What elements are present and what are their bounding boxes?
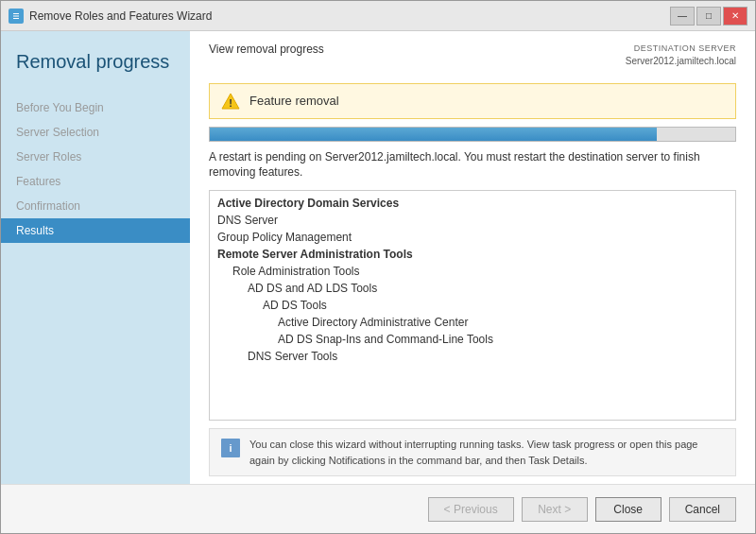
section-label: View removal progress — [209, 43, 324, 56]
list-item: DNS Server Tools — [210, 348, 735, 365]
maximize-button[interactable]: □ — [696, 7, 721, 26]
list-item: AD DS and AD LDS Tools — [210, 280, 735, 297]
list-item: AD DS Tools — [210, 297, 735, 314]
content-header: View removal progress DESTINATION SERVER… — [190, 31, 755, 76]
restart-notice: A restart is pending on Server2012.jamil… — [209, 149, 736, 181]
sidebar-item-server-selection: Server Selection — [1, 120, 190, 145]
destination-server-value: Server2012.jamiltech.local — [626, 55, 736, 68]
title-bar: Remove Roles and Features Wizard — □ ✕ — [1, 1, 755, 31]
sidebar-item-confirmation: Confirmation — [1, 194, 190, 218]
title-bar-left: Remove Roles and Features Wizard — [9, 9, 212, 24]
info-text: You can close this wizard without interr… — [249, 437, 724, 468]
destination-server-info: DESTINATION SERVER Server2012.jamiltech.… — [626, 43, 736, 68]
title-bar-controls: — □ ✕ — [670, 7, 747, 26]
info-box: i You can close this wizard without inte… — [209, 428, 736, 476]
progress-bar-fill — [210, 128, 657, 141]
content-body: ! Feature removal A restart is pending o… — [190, 76, 755, 484]
svg-rect-2 — [13, 15, 19, 16]
progress-bar-container — [209, 127, 736, 142]
list-item: Role Administration Tools — [210, 263, 735, 280]
sidebar-item-features: Features — [1, 169, 190, 194]
window-title: Remove Roles and Features Wizard — [29, 9, 212, 23]
list-item: Remote Server Administration Tools — [210, 246, 735, 263]
sidebar-nav: Before You Begin Server Selection Server… — [1, 88, 190, 250]
next-button[interactable]: Next > — [522, 497, 588, 522]
sidebar: Removal progress Before You Begin Server… — [1, 31, 190, 484]
wizard-icon — [9, 9, 24, 24]
close-button[interactable]: Close — [595, 497, 662, 522]
main-content: Removal progress Before You Begin Server… — [1, 31, 755, 484]
warning-icon: ! — [221, 92, 240, 111]
svg-rect-1 — [13, 13, 19, 14]
list-item: DNS Server — [210, 212, 735, 229]
footer: < Previous Next > Close Cancel — [1, 484, 755, 533]
list-item: AD DS Snap-Ins and Command-Line Tools — [210, 331, 735, 348]
wizard-window: Remove Roles and Features Wizard — □ ✕ R… — [0, 0, 756, 534]
info-icon: i — [221, 439, 240, 457]
close-window-button[interactable]: ✕ — [723, 7, 747, 26]
previous-button[interactable]: < Previous — [428, 497, 514, 522]
cancel-button[interactable]: Cancel — [669, 497, 736, 522]
warning-box: ! Feature removal — [209, 83, 736, 119]
list-item: Active Directory Domain Services — [210, 195, 735, 212]
features-list[interactable]: Active Directory Domain Services DNS Ser… — [210, 191, 735, 420]
list-item: Active Directory Administrative Center — [210, 314, 735, 331]
minimize-button[interactable]: — — [670, 7, 695, 26]
list-item: Group Policy Management — [210, 229, 735, 246]
sidebar-item-server-roles: Server Roles — [1, 145, 190, 169]
destination-server-label: DESTINATION SERVER — [626, 43, 736, 55]
sidebar-item-results[interactable]: Results — [1, 218, 190, 243]
features-list-container: Active Directory Domain Services DNS Ser… — [209, 190, 736, 421]
content-area: View removal progress DESTINATION SERVER… — [190, 31, 755, 484]
sidebar-item-before-you-begin: Before You Begin — [1, 95, 190, 120]
svg-rect-3 — [13, 18, 19, 19]
warning-title: Feature removal — [249, 94, 339, 108]
sidebar-heading: Removal progress — [1, 31, 190, 88]
svg-text:!: ! — [229, 96, 232, 108]
